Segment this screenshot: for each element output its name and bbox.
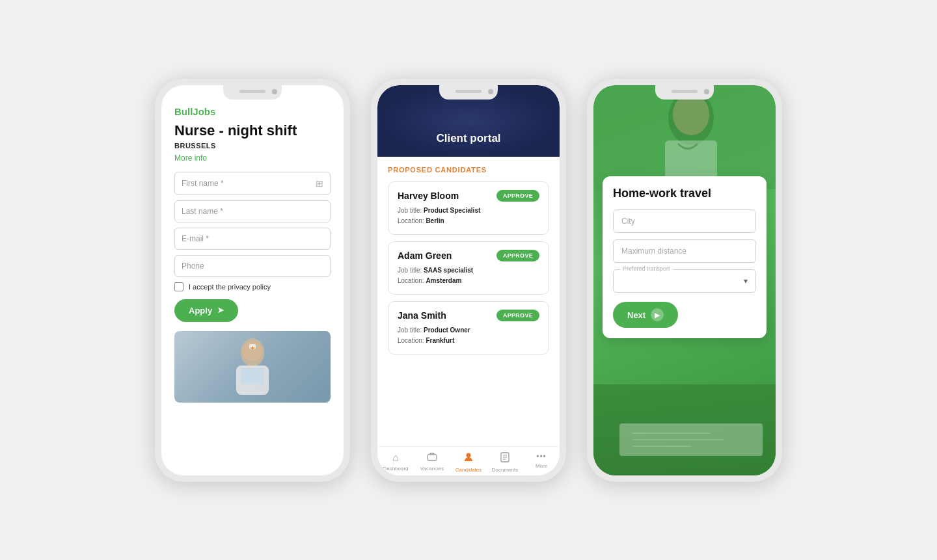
last-name-placeholder: Last name * [182,207,223,216]
candidate-name-1: Harvey Bloom [398,191,459,201]
phone-speaker [239,90,265,93]
next-button[interactable]: Next ▶ [613,302,678,328]
distance-placeholder: Maximum distance [621,247,686,256]
phone-3: Home-work travel City Maximum distance P… [587,79,782,482]
candidate-card-1: Harvey Bloom APPROVE Job title: Product … [388,181,549,235]
candidate-card-2: Adam Green APPROVE Job title: SAAS speci… [388,241,549,295]
candidate-info-1: Job title: Product Specialist Location: … [398,206,539,226]
next-label: Next [627,310,645,320]
briefcase-icon [427,452,437,464]
phone-camera-2 [488,89,493,94]
candidate-info-3: Job title: Product Owner Location: Frank… [398,325,539,346]
job-title: Nurse - night shift [174,122,331,139]
nurse-photo-svg [593,85,776,189]
more-icon: ••• [536,452,547,461]
privacy-checkbox[interactable] [174,282,183,291]
bulljobs-logo: BullJobs [174,106,331,117]
job-location: BRUSSELS [174,142,331,150]
phone-1: BullJobs Nurse - night shift BRUSSELS Mo… [155,79,350,482]
transport-select[interactable]: Prefered transport ▾ [613,269,756,293]
nav-more-label: More [536,463,547,469]
nav-vacancies[interactable]: Vacancies [414,452,450,473]
approve-button-2[interactable]: APPROVE [496,250,539,261]
phone-placeholder: Phone [182,261,204,271]
candidates-body: PROPOSED CANDIDATES Harvey Bloom APPROVE… [377,157,560,446]
city-placeholder: City [621,217,635,226]
svg-rect-7 [428,455,437,460]
candidate-card-header-2: Adam Green APPROVE [398,250,539,261]
svg-point-8 [467,453,471,457]
candidate-name-3: Jana Smith [398,310,446,321]
travel-card: Home-work travel City Maximum distance P… [603,176,767,339]
proposed-candidates-label: PROPOSED CANDIDATES [388,166,549,174]
first-name-placeholder: First name * [182,179,224,188]
city-field[interactable]: City [613,209,756,233]
phone-2: Client portal PROPOSED CANDIDATES Harvey… [371,79,566,482]
approve-button-3[interactable]: APPROVE [496,310,539,321]
phone3-screen: Home-work travel City Maximum distance P… [593,85,776,475]
candidate-location-3: Location: Frankfurt [398,336,539,346]
next-arrow-icon: ▶ [651,308,664,321]
last-name-field[interactable]: Last name * [174,200,331,222]
home-icon: ⌂ [392,452,399,464]
nav-dashboard-label: Dashboard [383,466,408,472]
nav-candidates-label: Candidates [455,467,482,473]
person-icon [463,452,474,465]
document-icon [500,452,509,465]
svg-rect-2 [241,368,264,384]
privacy-row: I accept the privacy policy [174,282,331,291]
client-portal-header: Client portal [377,85,560,157]
first-name-field[interactable]: First name * ⊞ [174,172,331,195]
phone-field[interactable]: Phone [174,255,331,277]
bottom-nav: ⌂ Dashboard Vacancies [377,446,560,475]
send-icon: ➤ [217,306,224,315]
nurse-image [174,331,331,403]
apply-label: Apply [189,306,212,315]
email-placeholder: E-mail * [182,234,209,243]
nav-documents-label: Documents [492,467,518,473]
candidate-jobtitle-1: Job title: Product Specialist [398,206,539,216]
nav-dashboard[interactable]: ⌂ Dashboard [377,452,414,473]
nurse-svg [213,334,292,399]
candidate-card-3: Jana Smith APPROVE Job title: Product Ow… [388,301,549,354]
candidate-jobtitle-3: Job title: Product Owner [398,325,539,336]
bottom-photo-svg [593,384,776,475]
candidate-card-header-1: Harvey Bloom APPROVE [398,190,539,202]
distance-field[interactable]: Maximum distance [613,239,756,263]
approve-button-1[interactable]: APPROVE [496,190,539,202]
chevron-down-icon: ▾ [744,276,748,286]
phone-speaker-2 [455,90,482,93]
more-info-link[interactable]: More info [174,153,331,163]
candidate-card-header-3: Jana Smith APPROVE [398,310,539,321]
calendar-icon: ⊞ [316,178,323,189]
client-portal-title: Client portal [436,132,500,145]
candidate-name-2: Adam Green [398,250,452,261]
nav-more[interactable]: ••• More [523,452,560,473]
nav-vacancies-label: Vacancies [420,466,444,472]
bottom-photo-area [593,384,776,475]
candidate-info-2: Job title: SAAS specialist Location: Ams… [398,265,539,286]
phone2-screen: Client portal PROPOSED CANDIDATES Harvey… [377,85,560,475]
phone-camera-3 [704,89,709,94]
nurse-photo-area [593,85,776,189]
phone-camera [272,89,277,94]
svg-rect-17 [593,85,776,189]
nav-candidates[interactable]: Candidates [450,452,487,473]
privacy-label: I accept the privacy policy [189,283,271,291]
header-bg [377,85,560,157]
phone-speaker-3 [672,90,698,93]
candidate-location-2: Location: Amsterdam [398,276,539,286]
travel-title: Home-work travel [613,187,756,201]
apply-button[interactable]: Apply ➤ [174,299,238,322]
phone1-screen: BullJobs Nurse - night shift BRUSSELS Mo… [161,85,344,475]
nav-documents[interactable]: Documents [487,452,523,473]
candidate-location-1: Location: Berlin [398,216,539,226]
email-field[interactable]: E-mail * [174,228,331,250]
transport-label: Prefered transport [620,265,673,272]
candidate-jobtitle-2: Job title: SAAS specialist [398,265,539,276]
